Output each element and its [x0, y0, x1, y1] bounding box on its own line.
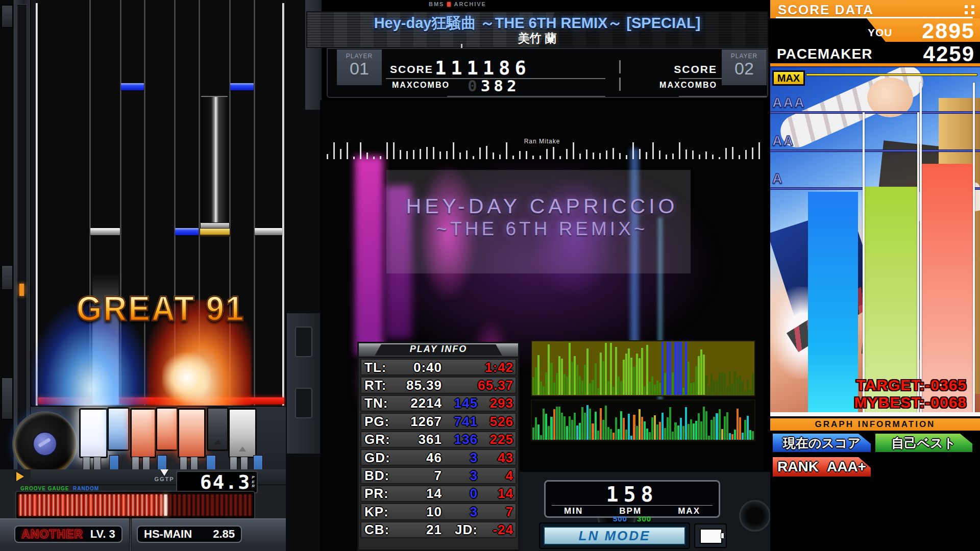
green-number: 500: [613, 514, 627, 523]
graph-information-header: GRAPH INFORMATION: [770, 418, 980, 431]
white-note: [255, 228, 282, 235]
score-graph-panel: MAX AAAAAA: [770, 66, 980, 416]
grip-icon: [965, 5, 976, 15]
rank-badge: RANK AAA+: [771, 456, 872, 478]
header-divider: [619, 78, 621, 91]
blue-note: [230, 83, 254, 90]
mybest-diff: MYBEST:-0068: [796, 394, 967, 411]
pacemaker-value: 4259: [898, 42, 975, 66]
player1-tab: PLAYER 01: [337, 49, 382, 85]
play-info-row: GR:361136225: [360, 431, 517, 448]
archive-right-text: ARCHIVE: [454, 1, 486, 7]
grade-line-aa: [770, 149, 980, 152]
key-1: [79, 408, 108, 458]
p2-maxcombo-label: MAXCOMBO: [641, 81, 717, 90]
bga-title-line2: ~THE 6TH REMIX~: [320, 218, 764, 240]
grade-max-line: [806, 73, 977, 76]
pacemaker-marker: GGTP: [149, 469, 180, 482]
you-score-value: 2895: [898, 18, 975, 43]
song-artist: 美竹 蘭: [306, 31, 768, 46]
graph-guide-line: [973, 83, 975, 415]
key-7: [228, 408, 257, 458]
hinge-slot: [295, 388, 312, 418]
graph-guide-line: [863, 112, 865, 415]
hinge-slot: [295, 327, 312, 357]
blue-note: [121, 83, 144, 90]
marker-label: GGTP: [149, 476, 180, 482]
play-info-row: PR:14014: [360, 485, 517, 502]
key-4: [156, 407, 178, 451]
bpm-panel: 158 MIN BPM MAX 500 300: [544, 480, 720, 518]
white-number: 300: [637, 514, 651, 523]
archive-left-text: BMS: [429, 1, 444, 7]
score-data-title: SCORE DATA: [778, 2, 874, 18]
play-info-rows: TL:0:401:42RT:85.3965.37TN:2214145293PG:…: [359, 359, 518, 538]
play-triangle-icon: [16, 472, 24, 481]
ln-mode-label: LN MODE: [544, 527, 685, 545]
play-info-row: BD:734: [360, 467, 517, 484]
player2-tab: PLAYER 02: [722, 49, 767, 85]
grade-line-aaa: [770, 111, 980, 114]
legend-current-label: 現在のスコア: [783, 435, 861, 452]
p1-maxcombo-label: MAXCOMBO: [392, 81, 450, 90]
legend-current-score-button[interactable]: 現在のスコア: [771, 432, 872, 454]
grade-label-a: A: [772, 171, 783, 187]
rank-label: RANK: [777, 459, 819, 475]
key-2: [107, 407, 130, 451]
rank-value: AAA+: [827, 459, 866, 475]
graph-guide-line: [917, 112, 919, 415]
hispeed-value: 2.85: [213, 528, 235, 541]
groove-gauge: [16, 492, 254, 518]
difficulty-name: ANOTHER: [21, 528, 83, 541]
charge-note-cap: [200, 228, 230, 237]
white-note: [90, 228, 120, 235]
legend-mybest-label: 自己ベスト: [892, 435, 957, 452]
bga-title-line1: HEY-DAY CAPRICCIO: [320, 194, 764, 218]
level-value: LV. 3: [90, 528, 115, 541]
graph-baseline: [770, 412, 980, 416]
header-divider: [619, 60, 621, 73]
underline: [679, 96, 767, 97]
bpm-divider: [552, 505, 713, 506]
p1-score-value: 111186: [435, 57, 531, 79]
play-info-row: RT:85.3965.37: [360, 377, 517, 393]
key-3: [130, 408, 156, 458]
legend-mybest-button[interactable]: 自己ベスト: [874, 432, 974, 454]
random-label: RANDOM: [73, 486, 99, 491]
judgement-text: GREAT 91: [55, 288, 266, 328]
play-info-row: TL:0:401:42: [360, 359, 517, 375]
p1-score-label: SCORE: [390, 63, 433, 76]
bga-effect: [355, 156, 383, 355]
p1-maxcombo-value: 0382: [468, 77, 520, 95]
speaker-icon: [739, 500, 771, 532]
audio-spectrum-graph: [531, 399, 755, 441]
grade-max-badge: MAX: [772, 70, 805, 86]
difficulty-badge: ANOTHER LV. 3: [14, 525, 122, 543]
hispeed-badge: HS-MAIN 2.85: [137, 525, 242, 543]
bms-archive-label: BMS ARCHIVE: [429, 1, 486, 7]
play-info-panel: PLAY INFO TL:0:401:42RT:85.3965.37TN:221…: [357, 342, 520, 551]
gauge-percent-panel: 64.3 PER: [176, 471, 258, 493]
play-info-row: CB:21JD:-24: [360, 521, 517, 538]
game-screen: GREAT 91 GGTP 64.3 PER GROOVE GAUGE RAND…: [0, 0, 980, 551]
key-5: [178, 408, 206, 458]
underline: [447, 96, 605, 97]
graph-guide-line: [920, 83, 922, 415]
marker-down-triangle-icon: [160, 469, 168, 476]
judgement-line: [38, 397, 284, 404]
pace-difference: TARGET:-0365 MYBEST:-0068: [796, 377, 967, 411]
hispeed-label: HS-MAIN: [144, 528, 192, 541]
target-diff: TARGET:-0365: [796, 377, 967, 394]
notes-layer: [0, 0, 320, 406]
record-indicator-icon: [447, 2, 451, 7]
bpm-value: 158: [546, 483, 719, 506]
gauge-percent-value: 64.3: [200, 472, 251, 492]
play-info-row: TN:2214145293: [360, 395, 517, 412]
groove-gauge-label: GROOVE GAUGE: [20, 486, 69, 491]
play-info-row: PG:1267741526: [360, 413, 517, 430]
battery-icon[interactable]: [694, 523, 727, 548]
key-6: [207, 407, 229, 451]
bga-spectrum-bars: [327, 142, 761, 159]
p2-score-label: SCORE: [641, 63, 717, 76]
ln-mode-button[interactable]: LN MODE: [539, 522, 690, 549]
